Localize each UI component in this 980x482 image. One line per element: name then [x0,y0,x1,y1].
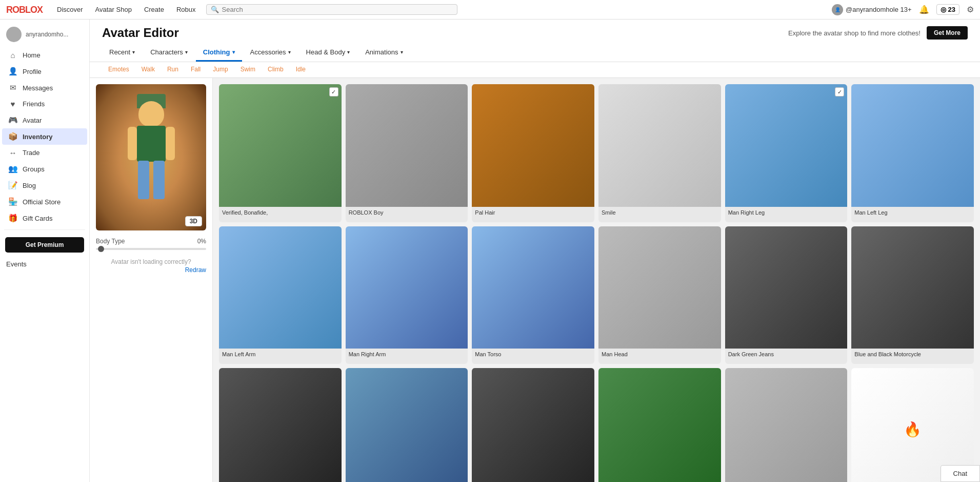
item-card-13[interactable]: Black Jeans with Sneakers [219,368,342,482]
avatar-right-arm [166,127,175,160]
nav-discover[interactable]: Discover [57,6,83,13]
sidebar-item-home[interactable]: Home [2,47,87,63]
sidebar-divider [4,229,85,230]
item-card-12[interactable]: Blue and Black Motorcycle [851,226,974,364]
content-area: Avatar Editor Explore the avatar shop to… [90,20,980,482]
item-card-9[interactable]: Man Torso [472,226,594,364]
item-card-2[interactable]: ROBLOX Boy [346,84,468,222]
item-card-6[interactable]: Man Left Leg [851,84,974,222]
user-info[interactable]: 👤 @anyrandomhole 13+ [832,4,911,15]
tab-head-body[interactable]: Head & Body ▾ [299,44,357,62]
item-card-11[interactable]: Dark Green Jeans [725,226,848,364]
subtab-swim[interactable]: Swim [234,62,262,78]
sidebar-store-label: Official Store [23,198,61,206]
body-type-section: Body Type 0% [96,238,206,250]
store-icon: 🏪 [8,197,17,206]
avatar-head [138,101,164,127]
sidebar-groups-label: Groups [23,165,45,173]
item-label-10: Man Head [598,349,721,364]
items-grid: ✓ Verified, Bonafide, ROBLOX Boy Pal Hai… [219,84,974,482]
sidebar-item-avatar[interactable]: 🎮 Avatar [2,112,87,128]
item-label-9: Man Torso [472,349,594,364]
accessories-chevron: ▾ [288,49,291,55]
robux-count: 23 [948,6,955,13]
nav-right-section: 👤 @anyrandomhole 13+ 🔔 ◎ 23 ⚙ [832,4,974,15]
item-card-16[interactable]: Green Jersey [598,368,721,482]
robux-badge[interactable]: ◎ 23 [936,4,959,15]
subtab-fall[interactable]: Fall [185,62,207,78]
item-thumb-11 [725,226,848,349]
item-label-12: Blue and Black Motorcycle [851,349,974,364]
sidebar-avatar-label: Avatar [23,117,42,124]
sidebar-item-trade[interactable]: ↔ Trade [2,145,87,161]
item-card-17[interactable]: Blockhead [725,368,848,482]
item-thumb-17 [725,368,848,482]
redraw-link[interactable]: Redraw [96,266,206,274]
item-card-5[interactable]: ✓ Man Right Leg [725,84,848,222]
get-premium-button[interactable]: Get Premium [5,237,84,253]
sidebar-item-gift-cards[interactable]: 🎁 Gift Cards [2,210,87,226]
item-thumb-1: ✓ [219,84,342,207]
item-thumb-13 [219,368,342,482]
tab-recent[interactable]: Recent ▾ [102,44,142,62]
view-3d-label[interactable]: 3D [185,216,202,226]
subtab-run[interactable]: Run [161,62,185,78]
subtab-climb[interactable]: Climb [262,62,290,78]
trade-icon: ↔ [8,148,17,157]
subtab-walk[interactable]: Walk [135,62,161,78]
item-card-4[interactable]: Smile [598,84,721,222]
grid-panel: ✓ Verified, Bonafide, ROBLOX Boy Pal Hai… [213,78,980,482]
item-label-1: Verified, Bonafide, [219,207,342,222]
item-card-8[interactable]: Man Right Arm [346,226,468,364]
gift-icon: 🎁 [8,214,17,223]
profile-icon [8,67,17,76]
sidebar-item-friends[interactable]: Friends [2,96,87,112]
sidebar-item-official-store[interactable]: 🏪 Official Store [2,194,87,210]
sidebar-item-messages[interactable]: Messages [2,80,87,96]
item-card-1[interactable]: ✓ Verified, Bonafide, [219,84,342,222]
search-input[interactable] [222,6,453,13]
nav-create[interactable]: Create [144,6,164,13]
item-card-14[interactable]: Jean Shorts with White [346,368,468,482]
avatar-left-leg [138,161,149,199]
tab-clothing[interactable]: Clothing ▾ [196,44,242,62]
check-badge-1: ✓ [329,87,338,97]
nav-robux[interactable]: Robux [176,6,196,13]
item-thumb-4 [598,84,721,207]
item-card-7[interactable]: Man Left Arm [219,226,342,364]
item-card-15[interactable]: Guitar Tee with Black [472,368,594,482]
sidebar-item-groups[interactable]: 👥 Groups [2,161,87,177]
sidebar-friends-label: Friends [23,100,45,108]
subtab-jump[interactable]: Jump [207,62,234,78]
item-card-10[interactable]: Man Head [598,226,721,364]
subtab-idle[interactable]: Idle [290,62,312,78]
username-label: @anyrandomhole 13+ [846,6,911,13]
search-bar[interactable] [206,4,457,15]
sidebar-user[interactable]: anyrandomho... [0,24,89,47]
avatar-model [121,101,182,214]
body-type-slider[interactable] [96,248,206,250]
sidebar-avatar [6,27,22,42]
sidebar-messages-label: Messages [23,84,53,92]
notifications-icon[interactable]: 🔔 [919,5,929,14]
sidebar-item-blog[interactable]: 📝 Blog [2,177,87,194]
check-badge-5: ✓ [835,87,844,97]
item-label-8: Man Right Arm [346,349,468,364]
editor-header-top: Avatar Editor Explore the avatar shop to… [102,26,968,40]
settings-icon[interactable]: ⚙ [967,5,974,14]
get-more-button[interactable]: Get More [927,26,968,40]
sidebar-item-inventory[interactable]: 📦 Inventory [2,128,87,145]
subtab-emotes[interactable]: Emotes [102,62,135,78]
sidebar-item-events[interactable]: Events [0,257,89,272]
nav-avatar-shop[interactable]: Avatar Shop [95,6,132,13]
friends-icon [8,100,17,108]
tab-accessories[interactable]: Accessories ▾ [243,44,298,62]
tab-animations[interactable]: Animations ▾ [358,44,410,62]
chat-button[interactable]: Chat [941,465,980,482]
events-label: Events [6,260,27,268]
tab-characters[interactable]: Characters ▾ [143,44,195,62]
sidebar-item-profile[interactable]: Profile [2,63,87,80]
item-label-3: Pal Hair [472,207,594,222]
item-card-3[interactable]: Pal Hair [472,84,594,222]
user-avatar: 👤 [832,4,843,15]
